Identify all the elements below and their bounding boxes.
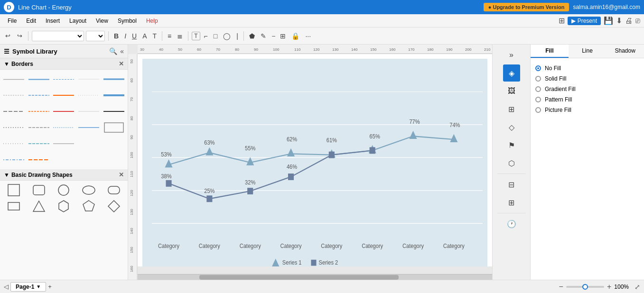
flag-panel-button[interactable]: ⚑ (503, 137, 520, 154)
present-button[interactable]: ▶ Present (568, 17, 601, 25)
italic-button[interactable]: I (122, 31, 128, 41)
fill-picture[interactable]: Picture Fill (535, 105, 639, 115)
border-item[interactable] (2, 72, 26, 87)
horizontal-scrollbar[interactable] (138, 274, 492, 280)
menu-symbol[interactable]: Symbol (114, 17, 140, 25)
zoom-slider[interactable] (566, 286, 604, 288)
menu-view[interactable]: View (92, 17, 112, 25)
fill-solid[interactable]: Solid Fill (535, 73, 639, 84)
border-item[interactable] (2, 136, 26, 151)
connector-button[interactable]: ⌐ (202, 31, 210, 41)
link-panel-button[interactable]: ⊞ (503, 194, 520, 211)
menu-layout[interactable]: Layout (65, 17, 90, 25)
border-item[interactable] (27, 104, 51, 119)
font-size-select[interactable] (86, 31, 105, 41)
page-add-button[interactable]: + (48, 283, 52, 290)
pattern-fill-radio[interactable] (535, 97, 541, 102)
upgrade-button[interactable]: Upgrade to Premium Version (484, 3, 569, 11)
photo-panel-button[interactable]: ⊟ (503, 176, 520, 193)
align-multi-button[interactable]: ≣ (175, 31, 185, 41)
line-break-button[interactable]: | (234, 31, 240, 41)
border-item[interactable] (27, 136, 51, 151)
border-item[interactable] (52, 72, 76, 87)
border-item[interactable] (2, 104, 26, 119)
border-item[interactable] (102, 88, 126, 103)
zoom-plus-button[interactable]: + (607, 283, 611, 291)
zoom-minus-button[interactable]: − (559, 283, 563, 291)
redo-button[interactable]: ↪ (15, 31, 25, 40)
more-button[interactable]: ··· (303, 31, 313, 41)
download-icon[interactable]: ⬇ (616, 16, 622, 25)
borders-close-icon[interactable]: ✕ (119, 60, 124, 67)
lock-button[interactable]: 🔒 (289, 31, 301, 41)
border-item[interactable] (2, 120, 26, 135)
bucket-button[interactable]: ⬟ (247, 31, 257, 41)
clock-panel-button[interactable]: 🕐 (503, 215, 520, 232)
page-tab-active[interactable]: Page-1 ▼ (10, 282, 46, 292)
sidebar-search-icon[interactable]: 🔍 (109, 47, 117, 55)
border-item[interactable] (27, 120, 51, 135)
shape2-button[interactable]: ◯ (221, 31, 233, 41)
border-item[interactable] (2, 152, 26, 167)
text-t-button[interactable]: T (150, 31, 159, 41)
stack-panel-button[interactable]: ⬡ (503, 155, 520, 172)
underline-button[interactable]: U (130, 31, 139, 41)
sidebar-collapse-icon[interactable]: « (120, 47, 124, 55)
shape-rounded-rect[interactable] (27, 183, 51, 198)
sidebar-menu-icon[interactable]: ☰ (4, 48, 9, 55)
image-panel-button[interactable]: 🖼 (503, 82, 520, 100)
border-item[interactable] (77, 72, 101, 87)
border-item[interactable] (52, 136, 76, 151)
pen-button[interactable]: ✎ (259, 31, 268, 41)
border-item[interactable] (2, 88, 26, 103)
dash-button[interactable]: - - - (270, 32, 277, 39)
scrollbar-thumb[interactable] (199, 275, 399, 280)
shape-square[interactable] (2, 183, 26, 198)
shape-oval[interactable] (77, 183, 101, 198)
shape-rect-fill[interactable] (2, 199, 26, 214)
shapes-close-icon[interactable]: ✕ (119, 171, 124, 178)
tab-shadow[interactable]: Shadow (606, 45, 644, 58)
border-item[interactable] (27, 152, 51, 167)
align-left-button[interactable]: ≡ (166, 31, 173, 41)
fill-pattern[interactable]: Pattern Fill (535, 94, 639, 105)
shape-circle[interactable] (52, 183, 76, 198)
undo-button[interactable]: ↩ (3, 31, 13, 40)
shape-pentagon[interactable] (77, 199, 101, 214)
shape-hex[interactable] (52, 199, 76, 214)
border-item[interactable] (102, 136, 126, 151)
border-item[interactable] (77, 104, 101, 119)
page-prev-button[interactable]: ◁ (4, 283, 9, 290)
fullscreen-button[interactable]: ⤢ (635, 283, 640, 291)
picture-fill-radio[interactable] (535, 107, 541, 113)
save-icon[interactable]: 💾 (604, 16, 613, 25)
menu-edit[interactable]: Edit (22, 17, 40, 25)
canvas-content[interactable]: 53% 63% 55% 62% 61% 65% 77% 74% (138, 54, 492, 266)
layers-panel-button[interactable]: ◇ (503, 119, 520, 136)
expand-panel-button[interactable]: » (503, 46, 520, 64)
menu-insert[interactable]: Insert (42, 17, 64, 25)
shape-diamond[interactable] (102, 199, 126, 214)
border-item[interactable] (27, 88, 51, 103)
borders-section-header[interactable]: ▼ Borders ✕ (0, 58, 128, 70)
fill-panel-button[interactable]: ◈ (503, 64, 520, 82)
bold-button[interactable]: B (112, 31, 121, 41)
border-item[interactable] (77, 120, 101, 135)
grid-panel-button[interactable]: ⊞ (503, 101, 520, 118)
shapes-section-header[interactable]: ▼ Basic Drawing Shapes ✕ (0, 169, 128, 181)
border-item[interactable] (27, 72, 51, 87)
font-family-select[interactable] (32, 31, 84, 41)
gradient-fill-radio[interactable] (535, 86, 541, 92)
tab-line[interactable]: Line (569, 45, 607, 58)
border-item[interactable] (52, 120, 76, 135)
shield-button[interactable]: ⊞ (278, 31, 288, 41)
text-box-button[interactable]: T (192, 32, 200, 40)
shape-rounded-rect2[interactable] (102, 183, 126, 198)
border-item[interactable] (52, 88, 76, 103)
page-dropdown-icon[interactable]: ▼ (36, 284, 41, 289)
shape-button[interactable]: □ (212, 31, 219, 41)
no-fill-radio[interactable] (535, 65, 541, 71)
print-icon[interactable]: 🖨 (625, 17, 633, 25)
share-icon[interactable]: ⎚ (635, 17, 640, 25)
border-item[interactable] (52, 104, 76, 119)
